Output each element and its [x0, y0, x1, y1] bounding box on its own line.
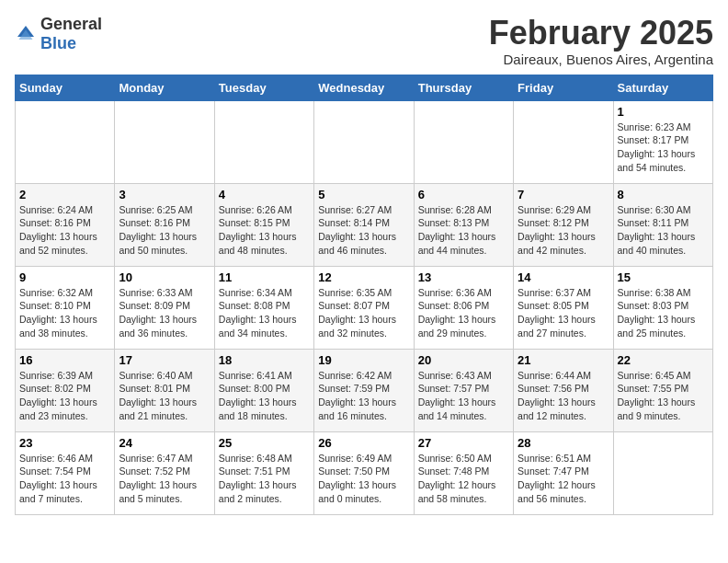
- day-number: 8: [618, 188, 709, 201]
- cell-content: Sunrise: 6:25 AM Sunset: 8:16 PM Dayligh…: [119, 203, 210, 258]
- header-day-wednesday: Wednesday: [314, 75, 414, 100]
- cell-content: Sunrise: 6:30 AM Sunset: 8:11 PM Dayligh…: [618, 203, 709, 258]
- day-number: 18: [219, 353, 310, 367]
- title-block: February 2025 Daireaux, Buenos Aires, Ar…: [489, 15, 713, 67]
- calendar-week-1: 1Sunrise: 6:23 AM Sunset: 8:17 PM Daylig…: [16, 100, 713, 183]
- calendar-header-row: SundayMondayTuesdayWednesdayThursdayFrid…: [16, 75, 713, 100]
- cell-content: Sunrise: 6:45 AM Sunset: 7:55 PM Dayligh…: [618, 369, 709, 423]
- header-day-monday: Monday: [115, 75, 214, 100]
- day-number: 5: [318, 188, 409, 201]
- calendar-cell: 8Sunrise: 6:30 AM Sunset: 8:11 PM Daylig…: [613, 183, 712, 266]
- day-number: 26: [318, 436, 409, 450]
- cell-content: Sunrise: 6:23 AM Sunset: 8:17 PM Dayligh…: [618, 121, 709, 175]
- calendar-cell: 3Sunrise: 6:25 AM Sunset: 8:16 PM Daylig…: [115, 183, 214, 266]
- logo-blue: Blue: [40, 34, 76, 52]
- cell-content: Sunrise: 6:42 AM Sunset: 7:59 PM Dayligh…: [318, 369, 409, 423]
- location-subtitle: Daireaux, Buenos Aires, Argentina: [489, 52, 713, 67]
- calendar-cell: 26Sunrise: 6:49 AM Sunset: 7:50 PM Dayli…: [314, 431, 414, 514]
- cell-content: Sunrise: 6:26 AM Sunset: 8:15 PM Dayligh…: [219, 203, 310, 258]
- calendar-cell: [16, 100, 115, 183]
- day-number: 16: [19, 353, 110, 367]
- calendar-cell: 17Sunrise: 6:40 AM Sunset: 8:01 PM Dayli…: [115, 349, 214, 431]
- day-number: 17: [119, 353, 210, 367]
- cell-content: Sunrise: 6:29 AM Sunset: 8:12 PM Dayligh…: [518, 203, 609, 258]
- day-number: 10: [119, 270, 210, 284]
- calendar-cell: 4Sunrise: 6:26 AM Sunset: 8:15 PM Daylig…: [214, 183, 313, 266]
- day-number: 3: [119, 188, 210, 201]
- calendar-table: SundayMondayTuesdayWednesdayThursdayFrid…: [15, 75, 713, 515]
- header-day-friday: Friday: [514, 75, 613, 100]
- cell-content: Sunrise: 6:44 AM Sunset: 7:56 PM Dayligh…: [518, 369, 609, 423]
- calendar-cell: [514, 100, 613, 183]
- day-number: 12: [318, 270, 409, 284]
- cell-content: Sunrise: 6:50 AM Sunset: 7:48 PM Dayligh…: [418, 452, 509, 506]
- calendar-cell: 12Sunrise: 6:35 AM Sunset: 8:07 PM Dayli…: [314, 266, 414, 349]
- calendar-cell: 5Sunrise: 6:27 AM Sunset: 8:14 PM Daylig…: [314, 183, 414, 266]
- calendar-cell: 14Sunrise: 6:37 AM Sunset: 8:05 PM Dayli…: [514, 266, 613, 349]
- calendar-cell: [314, 100, 414, 183]
- cell-content: Sunrise: 6:37 AM Sunset: 8:05 PM Dayligh…: [518, 286, 609, 340]
- cell-content: Sunrise: 6:39 AM Sunset: 8:02 PM Dayligh…: [19, 369, 110, 423]
- day-number: 9: [19, 270, 110, 284]
- header: General Blue February 2025 Daireaux, Bue…: [15, 15, 713, 67]
- calendar-cell: 2Sunrise: 6:24 AM Sunset: 8:16 PM Daylig…: [16, 183, 115, 266]
- day-number: 13: [418, 270, 509, 284]
- calendar-cell: 7Sunrise: 6:29 AM Sunset: 8:12 PM Daylig…: [514, 183, 613, 266]
- header-day-saturday: Saturday: [613, 75, 712, 100]
- day-number: 2: [19, 188, 110, 201]
- calendar-cell: 22Sunrise: 6:45 AM Sunset: 7:55 PM Dayli…: [613, 349, 712, 431]
- cell-content: Sunrise: 6:46 AM Sunset: 7:54 PM Dayligh…: [19, 452, 110, 506]
- day-number: 15: [618, 270, 709, 284]
- calendar-week-4: 16Sunrise: 6:39 AM Sunset: 8:02 PM Dayli…: [16, 349, 713, 431]
- calendar-cell: 10Sunrise: 6:33 AM Sunset: 8:09 PM Dayli…: [115, 266, 214, 349]
- day-number: 21: [518, 353, 609, 367]
- day-number: 6: [418, 188, 509, 201]
- cell-content: Sunrise: 6:24 AM Sunset: 8:16 PM Dayligh…: [19, 203, 110, 258]
- calendar-week-5: 23Sunrise: 6:46 AM Sunset: 7:54 PM Dayli…: [16, 431, 713, 514]
- calendar-cell: 24Sunrise: 6:47 AM Sunset: 7:52 PM Dayli…: [115, 431, 214, 514]
- day-number: 1: [618, 105, 709, 119]
- day-number: 25: [219, 436, 310, 450]
- logo-general: General: [40, 15, 102, 33]
- day-number: 22: [618, 353, 709, 367]
- calendar-cell: 23Sunrise: 6:46 AM Sunset: 7:54 PM Dayli…: [16, 431, 115, 514]
- day-number: 11: [219, 270, 310, 284]
- day-number: 23: [19, 436, 110, 450]
- day-number: 24: [119, 436, 210, 450]
- calendar-cell: [214, 100, 313, 183]
- calendar-cell: 16Sunrise: 6:39 AM Sunset: 8:02 PM Dayli…: [16, 349, 115, 431]
- calendar-cell: 1Sunrise: 6:23 AM Sunset: 8:17 PM Daylig…: [613, 100, 712, 183]
- cell-content: Sunrise: 6:47 AM Sunset: 7:52 PM Dayligh…: [119, 452, 210, 506]
- cell-content: Sunrise: 6:38 AM Sunset: 8:03 PM Dayligh…: [618, 286, 709, 340]
- day-number: 14: [518, 270, 609, 284]
- calendar-cell: 25Sunrise: 6:48 AM Sunset: 7:51 PM Dayli…: [214, 431, 313, 514]
- cell-content: Sunrise: 6:41 AM Sunset: 8:00 PM Dayligh…: [219, 369, 310, 423]
- header-day-sunday: Sunday: [16, 75, 115, 100]
- logo: General Blue: [15, 15, 102, 53]
- calendar-week-3: 9Sunrise: 6:32 AM Sunset: 8:10 PM Daylig…: [16, 266, 713, 349]
- logo-icon: [15, 23, 37, 45]
- cell-content: Sunrise: 6:49 AM Sunset: 7:50 PM Dayligh…: [318, 452, 409, 506]
- cell-content: Sunrise: 6:43 AM Sunset: 7:57 PM Dayligh…: [418, 369, 509, 423]
- calendar-cell: 27Sunrise: 6:50 AM Sunset: 7:48 PM Dayli…: [414, 431, 513, 514]
- month-title: February 2025: [489, 15, 713, 52]
- logo-text: General Blue: [40, 15, 102, 53]
- calendar-cell: [613, 431, 712, 514]
- calendar-cell: 20Sunrise: 6:43 AM Sunset: 7:57 PM Dayli…: [414, 349, 513, 431]
- calendar-cell: [115, 100, 214, 183]
- cell-content: Sunrise: 6:34 AM Sunset: 8:08 PM Dayligh…: [219, 286, 310, 340]
- day-number: 7: [518, 188, 609, 201]
- cell-content: Sunrise: 6:36 AM Sunset: 8:06 PM Dayligh…: [418, 286, 509, 340]
- calendar-cell: 21Sunrise: 6:44 AM Sunset: 7:56 PM Dayli…: [514, 349, 613, 431]
- calendar-cell: 9Sunrise: 6:32 AM Sunset: 8:10 PM Daylig…: [16, 266, 115, 349]
- cell-content: Sunrise: 6:27 AM Sunset: 8:14 PM Dayligh…: [318, 203, 409, 258]
- day-number: 4: [219, 188, 310, 201]
- day-number: 19: [318, 353, 409, 367]
- cell-content: Sunrise: 6:33 AM Sunset: 8:09 PM Dayligh…: [119, 286, 210, 340]
- cell-content: Sunrise: 6:40 AM Sunset: 8:01 PM Dayligh…: [119, 369, 210, 423]
- calendar-cell: 15Sunrise: 6:38 AM Sunset: 8:03 PM Dayli…: [613, 266, 712, 349]
- day-number: 20: [418, 353, 509, 367]
- calendar-cell: 13Sunrise: 6:36 AM Sunset: 8:06 PM Dayli…: [414, 266, 513, 349]
- calendar-week-2: 2Sunrise: 6:24 AM Sunset: 8:16 PM Daylig…: [16, 183, 713, 266]
- header-day-tuesday: Tuesday: [214, 75, 313, 100]
